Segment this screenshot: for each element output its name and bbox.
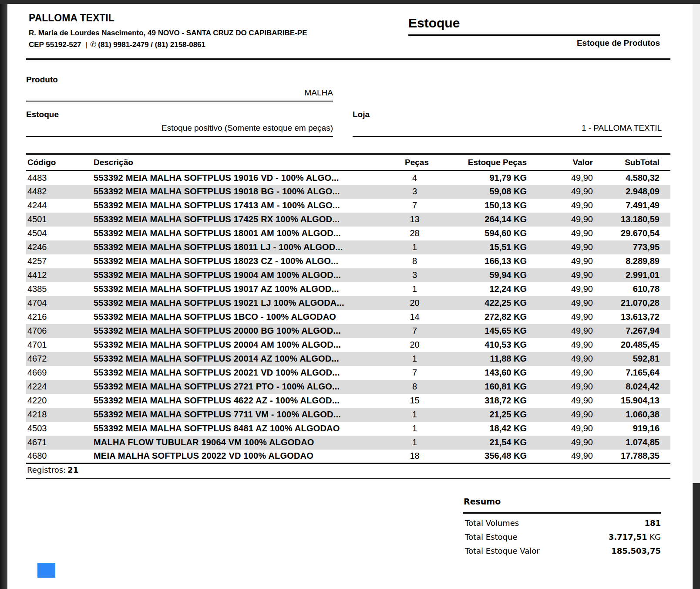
table-row: 4482553392 MEIA MALHA SOFTPLUS 19018 BG … (26, 185, 670, 199)
filter-loja-value: 1 - PALLOMA TEXTIL (353, 123, 662, 133)
filter-produto-label: Produto (26, 75, 58, 85)
table-row: 4503553392 MEIA MALHA SOFTPLUS 8481 AZ 1… (26, 422, 670, 436)
cell-valor: 49,90 (535, 352, 601, 366)
filter-estoque-value: Estoque positivo (Somente estoque em peç… (26, 123, 333, 133)
cell-codigo: 4704 (26, 296, 94, 310)
cell-subtotal: 7.267,94 (601, 324, 670, 338)
cell-estoque-pecas: 18,42 KG (438, 422, 535, 436)
scrollbar-track[interactable] (693, 483, 700, 589)
cell-descricao: 553392 MEIA MALHA SOFTPLUS 2721 PTO - 10… (94, 380, 392, 394)
table-row: 4704553392 MEIA MALHA SOFTPLUS 19021 LJ … (26, 296, 670, 310)
registros-count: Registros:21 (27, 465, 78, 474)
cell-estoque-pecas: 150,13 KG (438, 199, 535, 213)
cell-codigo: 4216 (26, 310, 94, 324)
cell-subtotal: 773,95 (601, 240, 670, 254)
cell-descricao: 553392 MEIA MALHA SOFTPLUS 20014 AZ 100%… (94, 352, 392, 366)
cell-codigo: 4669 (26, 366, 94, 380)
col-header-codigo: Código (26, 154, 94, 171)
cell-descricao: 553392 MEIA MALHA SOFTPLUS 7711 VM - 100… (94, 408, 392, 422)
table-row: 4220553392 MEIA MALHA SOFTPLUS 4622 AZ -… (26, 394, 670, 408)
cell-codigo: 4385 (26, 282, 94, 296)
cell-estoque-pecas: 594,60 KG (438, 227, 535, 240)
cell-subtotal: 21.070,28 (601, 296, 670, 310)
cell-estoque-pecas: 59,94 KG (438, 268, 535, 282)
cell-valor: 49,90 (535, 296, 601, 310)
cell-descricao: 553392 MEIA MALHA SOFTPLUS 20000 BG 100%… (94, 324, 392, 338)
separator: | (81, 41, 90, 49)
cell-subtotal: 610,78 (601, 282, 670, 296)
cell-descricao: 553392 MEIA MALHA SOFTPLUS 20021 VD 100%… (94, 366, 392, 380)
cell-subtotal: 20.485,45 (601, 338, 670, 352)
cell-descricao: 553392 MEIA MALHA SOFTPLUS 19017 AZ 100%… (94, 282, 392, 296)
table-row: 4244553392 MEIA MALHA SOFTPLUS 17413 AM … (26, 199, 670, 213)
cell-estoque-pecas: 166,13 KG (438, 254, 535, 268)
cell-pecas: 28 (392, 227, 438, 240)
scrollbar-thumb[interactable] (693, 4, 700, 483)
cell-valor: 49,90 (535, 436, 601, 450)
table-row: 4504553392 MEIA MALHA SOFTPLUS 18001 AM … (26, 227, 670, 240)
cell-descricao: 553392 MEIA MALHA SOFTPLUS 19021 LJ 100%… (94, 296, 392, 310)
cell-descricao: 553392 MEIA MALHA SOFTPLUS 8481 AZ 100% … (94, 422, 392, 436)
table-header-row: Código Descrição Peças Estoque Peças Val… (26, 154, 670, 171)
cell-pecas: 7 (392, 199, 438, 213)
cell-estoque-pecas: 143,60 KG (438, 366, 535, 380)
cell-estoque-pecas: 11,88 KG (438, 352, 535, 366)
cell-codigo: 4246 (26, 240, 94, 254)
cell-codigo: 4218 (26, 408, 94, 422)
table-row: 4257553392 MEIA MALHA SOFTPLUS 18023 CZ … (26, 254, 670, 268)
cell-descricao: 553392 MEIA MALHA SOFTPLUS 19016 VD - 10… (94, 171, 392, 185)
cell-pecas: 8 (392, 254, 438, 268)
cell-valor: 49,90 (535, 213, 601, 227)
filter-produto-value: MALHA (26, 88, 333, 98)
cell-pecas: 18 (392, 450, 438, 464)
col-header-estoque-pecas: Estoque Peças (438, 154, 535, 171)
filter-loja-underline (353, 136, 662, 137)
cell-estoque-pecas: 59,08 KG (438, 185, 535, 199)
cell-subtotal: 919,16 (601, 422, 670, 436)
cell-descricao: MEIA MALHA SOFTPLUS 20022 VD 100% ALGODA… (94, 450, 392, 464)
resumo-row: Total Volumes181 (463, 516, 661, 530)
table-row: 4412553392 MEIA MALHA SOFTPLUS 19004 AM … (26, 268, 670, 282)
page-title: Estoque (408, 16, 460, 30)
cell-codigo: 4706 (26, 324, 94, 338)
cell-estoque-pecas: 422,25 KG (438, 296, 535, 310)
filter-estoque-underline (26, 136, 333, 137)
cell-codigo: 4412 (26, 268, 94, 282)
cell-estoque-pecas: 160,81 KG (438, 380, 535, 394)
cell-descricao: 553392 MEIA MALHA SOFTPLUS 17413 AM - 10… (94, 199, 392, 213)
cell-codigo: 4504 (26, 227, 94, 240)
cell-descricao: 553392 MEIA MALHA SOFTPLUS 18011 LJ - 10… (94, 240, 392, 254)
resumo-row-label: Total Estoque (463, 532, 518, 542)
cell-subtotal: 15.904,13 (601, 394, 670, 408)
cell-descricao: 553392 MEIA MALHA SOFTPLUS 19004 AM 100%… (94, 268, 392, 282)
table-row: 4246553392 MEIA MALHA SOFTPLUS 18011 LJ … (26, 240, 670, 254)
cell-valor: 49,90 (535, 338, 601, 352)
cell-codigo: 4224 (26, 380, 94, 394)
cell-pecas: 4 (392, 171, 438, 185)
cell-estoque-pecas: 145,65 KG (438, 324, 535, 338)
filter-produto-underline (26, 101, 333, 102)
resumo-row-value: 3.717,51 KG (609, 532, 661, 542)
cell-subtotal: 1.074,85 (601, 436, 670, 450)
cell-codigo: 4483 (26, 171, 94, 185)
cell-subtotal: 8.024,42 (601, 380, 670, 394)
table-row: 4385553392 MEIA MALHA SOFTPLUS 19017 AZ … (26, 282, 670, 296)
cell-estoque-pecas: 15,51 KG (438, 240, 535, 254)
cell-subtotal: 8.289,89 (601, 254, 670, 268)
viewer-left-border (0, 4, 7, 589)
cell-valor: 49,90 (535, 268, 601, 282)
cell-estoque-pecas: 21,54 KG (438, 436, 535, 450)
cell-codigo: 4701 (26, 338, 94, 352)
cell-codigo: 4672 (26, 352, 94, 366)
cell-codigo: 4680 (26, 450, 94, 464)
cell-estoque-pecas: 272,82 KG (438, 310, 535, 324)
cell-subtotal: 2.991,01 (601, 268, 670, 282)
cell-pecas: 1 (392, 408, 438, 422)
cell-valor: 49,90 (535, 240, 601, 254)
registros-label: Registros: (27, 465, 66, 474)
filter-estoque-label: Estoque (26, 110, 59, 119)
cell-pecas: 13 (392, 213, 438, 227)
cell-subtotal: 29.670,54 (601, 227, 670, 240)
cell-pecas: 3 (392, 268, 438, 282)
cell-descricao: 553392 MEIA MALHA SOFTPLUS 20004 AM 100%… (94, 338, 392, 352)
